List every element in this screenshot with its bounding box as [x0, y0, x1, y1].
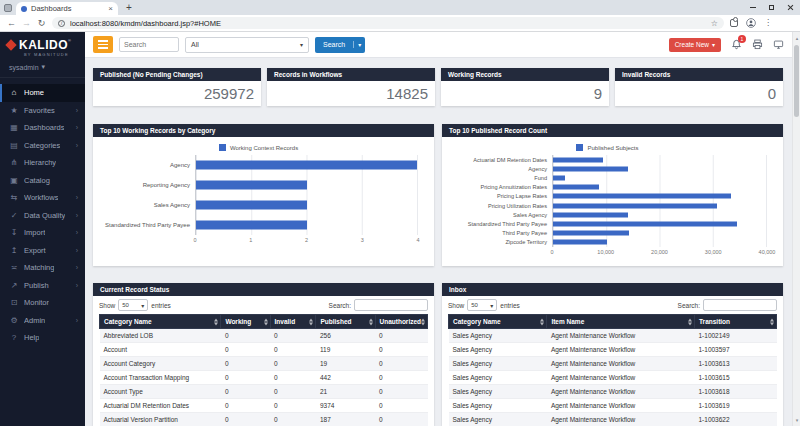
scroll-up-icon[interactable]: ▴	[793, 32, 800, 44]
extensions-icon[interactable]	[730, 19, 738, 27]
column-header-transition[interactable]: Transition	[694, 315, 776, 329]
table-row[interactable]: Sales AgencyAgent Maintenance Workflow1-…	[449, 413, 777, 426]
tab-close-icon[interactable]: ×	[108, 5, 113, 13]
browser-tab[interactable]: Dashboards ×	[16, 2, 118, 15]
table-cell: 1-1002149	[694, 329, 776, 343]
chart-bar-row: Sales Agency	[448, 210, 767, 219]
column-header-category-name[interactable]: Category Name	[449, 315, 547, 329]
sidebar-item-admin[interactable]: ⚙Admin›	[0, 312, 85, 330]
table-search-input[interactable]	[703, 299, 777, 311]
chart-bar[interactable]	[196, 161, 417, 170]
sidebar-item-home[interactable]: ⌂Home	[0, 84, 85, 102]
sidebar-item-import[interactable]: ↧Import›	[0, 224, 85, 242]
url-text: localhost:8080/kmdm/dashboard.jsp?#HOME	[70, 19, 706, 28]
table-row[interactable]: Sales AgencyAgent Maintenance Workflow1-…	[449, 399, 777, 413]
table-row[interactable]: Sales AgencyAgent Maintenance Workflow1-…	[449, 343, 777, 357]
search-options-caret-icon[interactable]: ▾	[353, 41, 365, 48]
browser-avatar-icon[interactable]	[745, 17, 757, 29]
window-maximize-button[interactable]	[769, 5, 774, 10]
chart-bar[interactable]	[553, 203, 717, 208]
chart-bar[interactable]	[553, 240, 607, 245]
display-icon[interactable]	[772, 39, 784, 51]
page-size-select[interactable]: 50 ▾	[118, 299, 148, 311]
sidebar-item-publish[interactable]: ↗Publish›	[0, 277, 85, 295]
table-row[interactable]: Account Transaction Mapping004420	[100, 371, 428, 385]
page-size-select[interactable]: 50 ▾	[467, 299, 497, 311]
chevron-right-icon: ›	[76, 107, 78, 114]
column-header-published[interactable]: Published	[316, 315, 375, 329]
table-cell: 0	[375, 413, 428, 426]
chart-bar[interactable]	[553, 212, 628, 217]
chevron-right-icon: ›	[76, 317, 78, 324]
chart-bar[interactable]	[196, 181, 307, 190]
column-header-invalid[interactable]: Invalid	[270, 315, 316, 329]
window-close-button[interactable]	[787, 4, 794, 11]
browser-profile-icon[interactable]	[4, 4, 12, 12]
sidebar-item-favorites[interactable]: ★Favorites›	[0, 102, 85, 120]
chart-track	[552, 210, 767, 219]
address-bar[interactable]: i localhost:8080/kmdm/dashboard.jsp?#HOM…	[52, 17, 724, 29]
print-icon[interactable]	[751, 39, 763, 51]
new-tab-button[interactable]: +	[126, 2, 132, 13]
page-scrollbar[interactable]: ▴ ▾	[792, 32, 800, 426]
forward-button[interactable]: →	[19, 18, 34, 28]
chart-bar[interactable]	[553, 157, 603, 162]
legend-swatch-icon	[219, 144, 226, 151]
chart-bar[interactable]	[553, 185, 599, 190]
user-menu[interactable]: sysadmin ▾	[0, 57, 85, 78]
table-row[interactable]: Sales AgencyAgent Maintenance Workflow1-…	[449, 329, 777, 343]
chart-bar[interactable]	[196, 221, 307, 230]
table-row[interactable]: Sales AgencyAgent Maintenance Workflow1-…	[449, 357, 777, 371]
sidebar-item-data-quality[interactable]: ✓Data Quality›	[0, 207, 85, 225]
chart-legend[interactable]: Published Subjects	[448, 140, 767, 155]
search-button[interactable]: Search ▾	[315, 37, 365, 53]
scrollbar-thumb[interactable]	[794, 45, 799, 117]
table-cell: Agent Maintenance Workflow	[547, 343, 695, 357]
bookmark-star-icon[interactable]: ☆	[711, 19, 718, 28]
table-row[interactable]: Actuarial DM Retention Dates0093740	[100, 399, 428, 413]
sidebar-item-label: Workflows	[24, 193, 58, 202]
chart-bar[interactable]	[196, 201, 307, 210]
table-row[interactable]: Abbreviated LOB002560	[100, 329, 428, 343]
table-cell: 1-1003613	[694, 357, 776, 371]
chart-bar[interactable]	[553, 166, 628, 171]
chart-legend[interactable]: Working Context Records	[99, 140, 418, 155]
column-header-category-name[interactable]: Category Name	[100, 315, 221, 329]
column-header-working[interactable]: Working	[221, 315, 270, 329]
chart-bar-row: Standardized Third Party Payee	[99, 215, 418, 235]
scroll-down-icon[interactable]: ▾	[793, 414, 800, 426]
sidebar-item-catalog[interactable]: ▣Catalog	[0, 172, 85, 190]
reload-button[interactable]: ↻	[34, 18, 49, 28]
sidebar-item-matching[interactable]: ≍Matching›	[0, 259, 85, 277]
table-row[interactable]: Account Category00190	[100, 357, 428, 371]
sidebar-item-dashboards[interactable]: ▦Dashboards›	[0, 119, 85, 137]
sidebar-item-categories[interactable]: ▤Categories›	[0, 137, 85, 155]
create-new-button[interactable]: Create New ▾	[669, 38, 721, 52]
hamburger-menu-icon[interactable]	[93, 36, 113, 53]
sidebar-item-hierarchy[interactable]: ⋔Hierarchy	[0, 154, 85, 172]
back-button[interactable]: ←	[4, 18, 19, 28]
site-info-icon[interactable]: i	[58, 20, 65, 27]
table-row[interactable]: Actuarial Version Partition001870	[100, 413, 428, 426]
sidebar-item-export[interactable]: ↥Export›	[0, 242, 85, 260]
search-input[interactable]	[119, 37, 179, 52]
column-header-item-name[interactable]: Item Name	[547, 315, 695, 329]
table-row[interactable]: Sales AgencyAgent Maintenance Workflow1-…	[449, 371, 777, 385]
chart-bar[interactable]	[553, 231, 629, 236]
notifications-bell-icon[interactable]: 1	[730, 39, 742, 51]
table-row[interactable]: Sales AgencyAgent Maintenance Workflow1-…	[449, 385, 777, 399]
browser-menu-icon[interactable]: ⋮	[764, 19, 772, 27]
sidebar-item-monitor[interactable]: ⊡Monitor	[0, 294, 85, 312]
sidebar-item-workflows[interactable]: ⇆Workflows›	[0, 189, 85, 207]
x-axis-tick-label: 0	[193, 237, 196, 243]
table-row[interactable]: Account Type00210	[100, 385, 428, 399]
window-minimize-button[interactable]	[750, 7, 756, 8]
table-row[interactable]: Account001190	[100, 343, 428, 357]
search-scope-select[interactable]: All ▾	[185, 37, 309, 53]
sidebar-item-help[interactable]: ?Help	[0, 329, 85, 347]
chart-bar[interactable]	[553, 175, 565, 180]
column-header-unauthorized[interactable]: Unauthorized	[375, 315, 428, 329]
table-search-input[interactable]	[354, 299, 428, 311]
chart-bar[interactable]	[553, 221, 737, 226]
chart-bar[interactable]	[553, 194, 731, 199]
